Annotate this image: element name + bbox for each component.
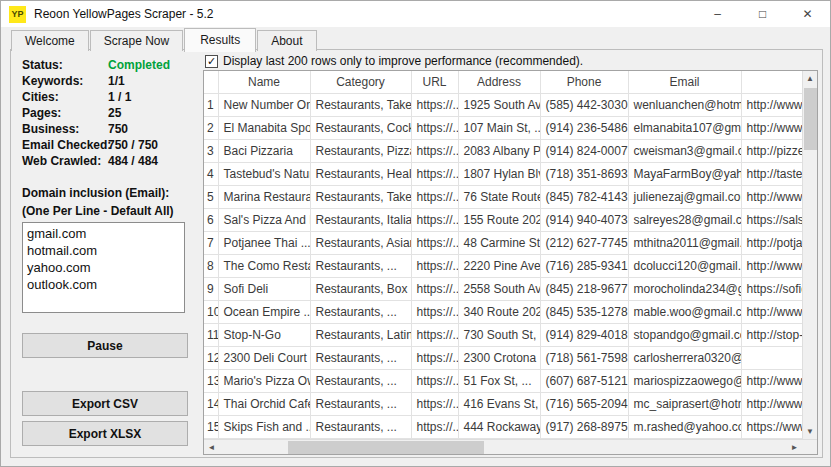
cell-phone[interactable]: (845) 218-9677; (540, 277, 628, 300)
cell-url[interactable]: https://... (411, 392, 458, 415)
table-row[interactable]: 14 Thai Orchid Cafe Restaurants, ... htt… (204, 392, 802, 415)
cell-phone[interactable]: (718) 351-8693; (540, 162, 628, 185)
cell-website[interactable]: https://www.sk (741, 415, 802, 438)
table-row[interactable]: 6 Sal's Pizza And Pasta Restaurants, Ita… (204, 208, 802, 231)
cell-rownum[interactable]: 10 (204, 300, 218, 323)
cell-phone[interactable]: (914) 824-0007; (540, 139, 628, 162)
cell-phone[interactable]: (716) 285-9341; (540, 254, 628, 277)
cell-url[interactable]: https://... (411, 369, 458, 392)
column-header-category[interactable]: Category (310, 71, 411, 93)
cell-url[interactable]: https://... (411, 93, 458, 116)
cell-url[interactable]: https://... (411, 208, 458, 231)
cell-website[interactable]: http://www.tha (741, 392, 802, 415)
column-header-name[interactable]: Name (218, 71, 310, 93)
checkbox-checked-icon[interactable]: ✓ (205, 55, 218, 68)
cell-website[interactable]: http://tastebud (741, 162, 802, 185)
cell-website[interactable]: http://www.co (741, 254, 802, 277)
table-row[interactable]: 10 Ocean Empire ... Restaurants, ... htt… (204, 300, 802, 323)
cell-name[interactable]: Sal's Pizza And Pasta (218, 208, 310, 231)
cell-address[interactable]: 1807 Hylan Blv... (458, 162, 540, 185)
cell-category[interactable]: Restaurants, Healt... (310, 162, 411, 185)
cell-website[interactable] (741, 346, 802, 369)
tab-scrape-now[interactable]: Scrape Now (90, 30, 183, 51)
cell-address[interactable]: 340 Route 202, ... (458, 300, 540, 323)
cell-address[interactable]: 2558 South Ave... (458, 277, 540, 300)
table-row[interactable]: 7 Potjanee Thai ... Restaurants, Asian .… (204, 231, 802, 254)
cell-phone[interactable]: (718) 561-7598; (540, 346, 628, 369)
cell-name[interactable]: Potjanee Thai ... (218, 231, 310, 254)
maximize-icon[interactable]: □ (740, 1, 785, 27)
cell-phone[interactable]: (585) 442-3030; (540, 93, 628, 116)
cell-rownum[interactable]: 14 (204, 392, 218, 415)
cell-rownum[interactable]: 1 (204, 93, 218, 116)
cell-rownum[interactable]: 5 (204, 185, 218, 208)
cell-email[interactable]: carlosherrera0320@gmail.... (628, 346, 741, 369)
cell-url[interactable]: https://... (411, 300, 458, 323)
table-row[interactable]: 4 Tastebud's Natural ... Restaurants, He… (204, 162, 802, 185)
vertical-scrollbar[interactable]: ▲ ▼ (802, 71, 817, 439)
cell-phone[interactable]: (914) 236-5486; (540, 116, 628, 139)
cell-category[interactable]: Restaurants, Cockt... (310, 116, 411, 139)
cell-name[interactable]: The Como Restaura... (218, 254, 310, 277)
horizontal-scroll-thumb[interactable] (288, 441, 484, 454)
column-header-url[interactable]: URL (411, 71, 458, 93)
cell-phone[interactable]: (914) 829-4018; (540, 323, 628, 346)
column-header-phone[interactable]: Phone (540, 71, 628, 93)
cell-name[interactable]: 2300 Deli Court (218, 346, 310, 369)
cell-rownum[interactable]: 3 (204, 139, 218, 162)
cell-rownum[interactable]: 2 (204, 116, 218, 139)
cell-name[interactable]: New Number One ... (218, 93, 310, 116)
cell-rownum[interactable]: 6 (204, 208, 218, 231)
tab-results[interactable]: Results (184, 28, 256, 52)
cell-website[interactable]: http://www.ma (741, 369, 802, 392)
cell-rownum[interactable]: 9 (204, 277, 218, 300)
cell-website[interactable]: http://stop-n-g (741, 323, 802, 346)
cell-email[interactable]: mariospizzaowego@yaho... (628, 369, 741, 392)
cell-name[interactable]: Baci Pizzaria (218, 139, 310, 162)
cell-email[interactable]: cweisman3@gmail.com (628, 139, 741, 162)
cell-category[interactable]: Restaurants, ... (310, 392, 411, 415)
table-row[interactable]: 13 Mario's Pizza Owego Restaurants, ... … (204, 369, 802, 392)
cell-url[interactable]: https://... (411, 415, 458, 438)
cell-category[interactable]: Restaurants, ... (310, 254, 411, 277)
cell-address[interactable]: 2220 Pine Ave, ... (458, 254, 540, 277)
cell-url[interactable]: https://... (411, 346, 458, 369)
cell-url[interactable]: https://... (411, 254, 458, 277)
cell-address[interactable]: 48 Carmine St, ... (458, 231, 540, 254)
export-csv-button[interactable]: Export CSV (22, 391, 188, 416)
cell-email[interactable]: MayaFarmBoy@yahoo.com (628, 162, 741, 185)
cell-phone[interactable]: (716) 565-2094; (540, 392, 628, 415)
cell-address[interactable]: 444 Rockaway ... (458, 415, 540, 438)
cell-address[interactable]: 1925 South Ave... (458, 93, 540, 116)
table-row[interactable]: 1 New Number One ... Restaurants, Take .… (204, 93, 802, 116)
cell-email[interactable]: mthitna2011@gmail.com (628, 231, 741, 254)
vertical-scroll-thumb[interactable] (804, 88, 817, 150)
cell-email[interactable]: morocholinda234@gmail.... (628, 277, 741, 300)
cell-website[interactable]: http://pizzerial (741, 139, 802, 162)
cell-name[interactable]: Marina Restaurant ... (218, 185, 310, 208)
column-header-rownum[interactable] (204, 71, 218, 93)
cell-phone[interactable]: (845) 535-1278; (540, 300, 628, 323)
cell-name[interactable]: Skips Fish and ... (218, 415, 310, 438)
cell-email[interactable]: mable.woo@gmail.com (628, 300, 741, 323)
display-rows-label[interactable]: Display last 200 rows only to improve pe… (223, 54, 583, 68)
cell-category[interactable]: Restaurants, Pizza (310, 139, 411, 162)
cell-category[interactable]: Restaurants, ... (310, 369, 411, 392)
horizontal-scrollbar[interactable]: ◄ ► (204, 440, 802, 454)
export-xlsx-button[interactable]: Export XLSX (22, 421, 188, 446)
cell-name[interactable]: Ocean Empire ... (218, 300, 310, 323)
table-row[interactable]: 12 2300 Deli Court Restaurants, ... http… (204, 346, 802, 369)
cell-email[interactable]: stopandgo@gmail.com (628, 323, 741, 346)
pause-button[interactable]: Pause (22, 333, 188, 358)
cell-website[interactable]: https://sofideli (741, 277, 802, 300)
cell-url[interactable]: https://... (411, 116, 458, 139)
table-row[interactable]: 11 Stop-N-Go Restaurants, Latin ... http… (204, 323, 802, 346)
cell-category[interactable]: Restaurants, Take ... (310, 185, 411, 208)
cell-category[interactable]: Restaurants, Take ... (310, 93, 411, 116)
cell-address[interactable]: 2083 Albany Po... (458, 139, 540, 162)
cell-url[interactable]: https://... (411, 231, 458, 254)
cell-name[interactable]: Mario's Pizza Owego (218, 369, 310, 392)
cell-url[interactable]: https://... (411, 162, 458, 185)
domain-inclusion-input[interactable]: gmail.com hotmail.com yahoo.com outlook.… (22, 222, 185, 313)
cell-phone[interactable]: (845) 782-4143; (540, 185, 628, 208)
